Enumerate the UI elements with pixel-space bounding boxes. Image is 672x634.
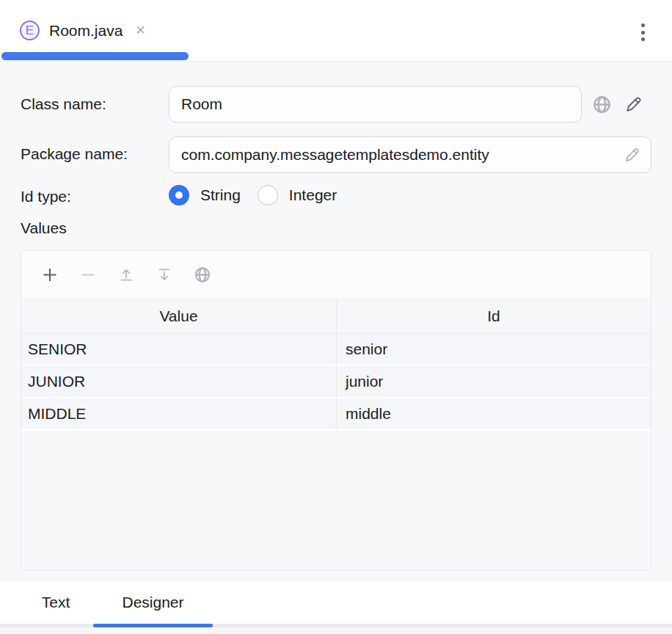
move-up-icon[interactable]: [117, 266, 135, 284]
edit-package-pencil-icon[interactable]: [623, 145, 642, 164]
tab-designer[interactable]: Designer: [93, 581, 213, 624]
table-cell: SENIOR: [21, 334, 337, 365]
globe-icon[interactable]: [194, 266, 211, 284]
enum-designer-window: E Room.java ✕ Class name: Room Package n…: [0, 0, 672, 634]
enum-class-icon: E: [20, 21, 40, 40]
remove-icon[interactable]: [79, 266, 97, 284]
package-name-label: Package name:: [21, 145, 128, 163]
class-name-input[interactable]: Room: [169, 86, 582, 123]
values-table-body: SENIORseniorJUNIORjuniorMIDDLEmiddle: [21, 334, 651, 431]
id-type-label: Id type:: [21, 188, 71, 205]
class-name-value: Room: [181, 95, 222, 113]
radio-integer[interactable]: [258, 185, 278, 205]
radio-integer-label[interactable]: Integer: [289, 186, 337, 204]
table-row[interactable]: MIDDLEmiddle: [21, 398, 651, 431]
class-name-label: Class name:: [21, 95, 106, 113]
tab-title: Room.java: [49, 22, 123, 40]
table-row[interactable]: SENIORsenior: [21, 334, 651, 366]
move-down-icon[interactable]: [156, 266, 173, 284]
values-label: Values: [21, 219, 67, 237]
table-cell: JUNIOR: [21, 366, 337, 397]
table-cell: junior: [337, 366, 651, 397]
id-type-radio-group: String Integer: [169, 185, 354, 205]
values-table-header: Value Id: [21, 299, 651, 334]
column-header-id: Id: [337, 299, 651, 333]
globe-icon[interactable]: [591, 94, 612, 114]
table-cell: MIDDLE: [21, 398, 337, 429]
table-row[interactable]: JUNIORjunior: [21, 366, 651, 398]
tab-text[interactable]: Text: [15, 581, 97, 624]
progress-bar: [1, 52, 189, 60]
edit-pencil-icon[interactable]: [624, 94, 644, 114]
table-empty-area: [21, 431, 651, 570]
close-tab-icon[interactable]: ✕: [135, 24, 145, 37]
values-table-panel: Value Id SENIORseniorJUNIORjuniorMIDDLEm…: [21, 250, 651, 571]
table-cell: senior: [337, 334, 651, 365]
package-name-value: com.company.messagetemplatesdemo.entity: [181, 146, 489, 164]
bottom-tab-bar: Text Designer: [0, 581, 672, 634]
add-icon[interactable]: [41, 266, 59, 284]
table-cell: middle: [337, 398, 651, 429]
more-options-icon[interactable]: [634, 22, 651, 43]
window-bottom-edge: [0, 627, 672, 634]
values-toolbar: [21, 251, 651, 299]
radio-string[interactable]: [169, 185, 189, 205]
package-name-input[interactable]: com.company.messagetemplatesdemo.entity: [169, 136, 651, 173]
column-header-value: Value: [21, 299, 337, 333]
radio-string-label[interactable]: String: [200, 186, 241, 204]
